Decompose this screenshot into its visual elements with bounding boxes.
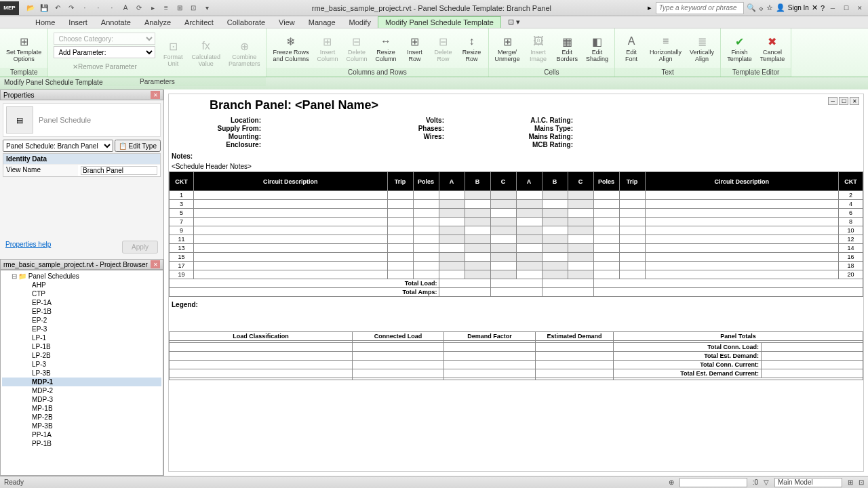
col-header[interactable]: Poles bbox=[413, 172, 439, 191]
qat-icon[interactable]: · bbox=[92, 2, 104, 14]
selection-filter[interactable] bbox=[679, 478, 747, 487]
table-row[interactable]: 910 bbox=[170, 226, 863, 235]
tree-item[interactable]: MP-3B bbox=[2, 422, 161, 430]
col-header[interactable]: CKT bbox=[839, 172, 863, 191]
tree-item[interactable]: CTP bbox=[2, 289, 161, 298]
qat-icon[interactable]: ⊞ bbox=[174, 2, 186, 14]
table-row[interactable]: 1516 bbox=[170, 253, 863, 262]
finish-template-button[interactable]: ✔Finish Template bbox=[724, 31, 755, 65]
legend-row[interactable]: Total Conn. Current: bbox=[170, 361, 863, 369]
legend-col-header[interactable]: Panel Totals bbox=[614, 332, 863, 341]
legend-row[interactable] bbox=[170, 378, 863, 380]
table-row[interactable]: 34 bbox=[170, 200, 863, 209]
col-header[interactable]: C bbox=[490, 172, 516, 191]
tree-item[interactable]: LP-2B bbox=[2, 351, 161, 360]
x-icon[interactable]: ✕ bbox=[812, 3, 818, 12]
choose-category-select[interactable]: Choose Category: bbox=[54, 33, 155, 45]
tab-modify[interactable]: Modify bbox=[342, 17, 378, 28]
legend-col-header[interactable]: Connected Load bbox=[353, 332, 444, 341]
tree-item[interactable]: MDP-3 bbox=[2, 395, 161, 404]
open-icon[interactable]: 📂 bbox=[24, 2, 37, 14]
canvas[interactable]: ─ ☐ ✕ Branch Panel: <Panel Name> Locatio… bbox=[164, 89, 868, 476]
tab-home[interactable]: Home bbox=[28, 17, 62, 28]
tab-collaborate[interactable]: Collaborate bbox=[220, 17, 272, 28]
tree-item[interactable]: PP-1A bbox=[2, 430, 161, 439]
close-view-icon[interactable]: ✕ bbox=[850, 97, 859, 105]
col-header[interactable]: Poles bbox=[593, 172, 619, 191]
table-row[interactable]: 1920 bbox=[170, 270, 863, 279]
tab-manage[interactable]: Manage bbox=[302, 17, 342, 28]
search-input[interactable] bbox=[656, 2, 744, 14]
type-selector[interactable]: Panel Schedule: Branch Panel bbox=[3, 140, 113, 152]
edit-type-button[interactable]: 📋 Edit Type bbox=[115, 140, 161, 152]
print-icon[interactable]: · bbox=[79, 2, 91, 14]
tab-annotate[interactable]: Annotate bbox=[94, 17, 138, 28]
schedule-table[interactable]: CKTCircuit DescriptionTripPolesABCABCPol… bbox=[169, 171, 863, 297]
table-row[interactable]: 1112 bbox=[170, 235, 863, 244]
tab-modify-panel-schedule-template[interactable]: Modify Panel Schedule Template bbox=[378, 16, 501, 28]
tree-item[interactable]: LP-3 bbox=[2, 360, 161, 369]
tree-item[interactable]: MDP-2 bbox=[2, 386, 161, 395]
freeze-button[interactable]: ❄Freeze Rows and Columns bbox=[269, 31, 312, 65]
col-header[interactable]: A bbox=[439, 172, 465, 191]
app-logo[interactable]: MEP bbox=[0, 1, 19, 15]
minimize-view-icon[interactable]: ─ bbox=[828, 97, 837, 105]
tree-item[interactable]: EP-1B bbox=[2, 307, 161, 316]
close-button[interactable]: ✕ bbox=[854, 3, 865, 13]
tree-item[interactable]: LP-3B bbox=[2, 369, 161, 378]
edit-borders-button[interactable]: ▦Edit Borders bbox=[553, 31, 582, 65]
legend-row[interactable]: Total Est. Demand: bbox=[170, 352, 863, 361]
tree-item[interactable]: LP-1B bbox=[2, 342, 161, 351]
maximize-button[interactable]: ☐ bbox=[841, 3, 852, 13]
view-name-input[interactable] bbox=[81, 166, 157, 175]
filter-icon[interactable]: ▽ bbox=[764, 479, 769, 486]
merge-button[interactable]: ⊞Merge/ Unmerge bbox=[492, 31, 524, 65]
close-icon[interactable]: ✕ bbox=[151, 260, 160, 268]
tree-item[interactable]: AHP bbox=[2, 281, 161, 289]
h-align-button[interactable]: ≡Horizontally Align bbox=[646, 31, 685, 65]
legend-table[interactable]: Load ClassificationConnected LoadDemand … bbox=[169, 331, 863, 380]
notes-value[interactable]: <Schedule Header Notes> bbox=[169, 161, 863, 171]
col-header[interactable]: Trip bbox=[387, 172, 413, 191]
comm-icon[interactable]: ⟐ bbox=[759, 4, 764, 12]
table-row[interactable]: 1718 bbox=[170, 262, 863, 270]
table-row[interactable]: 12 bbox=[170, 191, 863, 200]
type-preview[interactable]: ▤ Panel Schedule bbox=[3, 103, 161, 137]
cancel-template-button[interactable]: ✖Cancel Template bbox=[757, 31, 789, 65]
col-header[interactable]: Circuit Description bbox=[645, 172, 839, 191]
col-header[interactable]: C bbox=[568, 172, 593, 191]
tree-item[interactable]: MDP-1 bbox=[2, 378, 161, 386]
properties-header[interactable]: Properties ✕ bbox=[0, 89, 163, 100]
set-template-options-button[interactable]: ⊞Set Template Options bbox=[3, 31, 45, 65]
insert-row-button[interactable]: ⊞Insert Row bbox=[401, 31, 429, 65]
qat-icon[interactable]: ≡ bbox=[160, 2, 172, 14]
close-icon[interactable]: ✕ bbox=[151, 91, 160, 99]
col-header[interactable]: Trip bbox=[619, 172, 645, 191]
tree-root[interactable]: ⊟📁 Panel Schedules bbox=[2, 272, 161, 281]
legend-row[interactable]: Total Conn. Load: bbox=[170, 343, 863, 352]
tree-item[interactable]: EP-1A bbox=[2, 298, 161, 307]
tree-item[interactable]: PP-1B bbox=[2, 439, 161, 448]
resize-column-button[interactable]: ↔Resize Column bbox=[372, 31, 400, 65]
tree-item[interactable]: EP-2 bbox=[2, 316, 161, 325]
status-icon[interactable]: ⊡ bbox=[859, 479, 864, 486]
legend-col-header[interactable]: Load Classification bbox=[170, 332, 353, 341]
panel-title[interactable]: Branch Panel: <Panel Name> bbox=[169, 94, 863, 117]
tree-item[interactable]: EP-3 bbox=[2, 325, 161, 333]
col-header[interactable]: A bbox=[516, 172, 542, 191]
workset-dropdown[interactable]: Main Model bbox=[774, 478, 842, 487]
properties-help-link[interactable]: Properties help bbox=[5, 241, 51, 253]
table-row[interactable]: 1314 bbox=[170, 244, 863, 253]
tree-item[interactable]: MP-2B bbox=[2, 413, 161, 422]
dropdown-icon[interactable]: ▾ bbox=[201, 2, 213, 14]
col-header[interactable]: B bbox=[542, 172, 568, 191]
qat-icon[interactable]: · bbox=[106, 2, 118, 14]
identity-data-header[interactable]: Identity Data bbox=[3, 154, 160, 164]
tree-item[interactable]: LP-1 bbox=[2, 333, 161, 342]
qat-icon[interactable]: A bbox=[119, 2, 132, 14]
add-parameter-select[interactable]: Add Parameter: bbox=[54, 46, 155, 58]
legend-col-header[interactable]: Demand Factor bbox=[444, 332, 536, 341]
tab-view[interactable]: View bbox=[272, 17, 302, 28]
tab-analyze[interactable]: Analyze bbox=[138, 17, 178, 28]
qat-icon[interactable]: ⊡ bbox=[187, 2, 199, 14]
